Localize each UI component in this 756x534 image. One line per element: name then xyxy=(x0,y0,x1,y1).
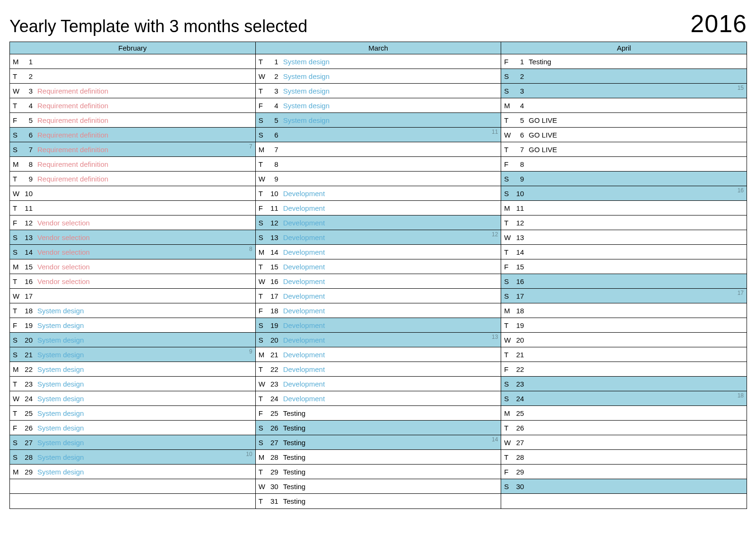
month-column: FebruaryM1T2W3Requirement definitionT4Re… xyxy=(10,42,256,508)
day-task: Vendor selection xyxy=(35,263,255,271)
day-of-week: S xyxy=(256,116,267,124)
day-row: T17Development xyxy=(256,289,501,303)
day-number: 5 xyxy=(513,116,526,124)
day-task: System design xyxy=(280,58,501,66)
day-of-week: T xyxy=(256,189,267,198)
day-number: 2 xyxy=(513,72,526,80)
day-number: 6 xyxy=(21,131,35,139)
day-row: F18Development xyxy=(256,303,501,318)
day-of-week: S xyxy=(10,248,21,256)
day-row: S12Development xyxy=(256,215,501,230)
day-row: T25System design xyxy=(10,406,255,421)
day-row: S27Testing14 xyxy=(256,435,501,450)
day-number: 28 xyxy=(21,453,35,461)
day-of-week: T xyxy=(256,292,267,300)
day-number: 25 xyxy=(21,409,35,417)
day-row xyxy=(10,494,255,508)
day-of-week: S xyxy=(501,380,513,388)
day-row: M8Requirement definition xyxy=(10,157,255,172)
day-of-week: T xyxy=(501,146,513,154)
day-number: 9 xyxy=(267,175,280,183)
day-number: 14 xyxy=(21,248,35,256)
day-row: T10Development xyxy=(256,186,501,201)
day-task: GO LIVE xyxy=(526,116,747,124)
day-of-week: S xyxy=(501,395,513,403)
day-row: W16Development xyxy=(256,274,501,289)
day-row: T14 xyxy=(501,245,747,259)
day-row: W13 xyxy=(501,230,747,245)
day-task: Testing xyxy=(526,58,747,66)
day-number: 1 xyxy=(21,58,35,66)
week-number: 9 xyxy=(249,348,252,355)
day-number: 19 xyxy=(267,321,280,329)
day-row: T31Testing xyxy=(256,494,501,508)
day-of-week: F xyxy=(501,58,513,66)
day-task: Testing xyxy=(280,468,501,476)
day-number: 21 xyxy=(513,351,526,359)
day-of-week: T xyxy=(501,116,513,124)
day-task: Development xyxy=(280,248,501,256)
week-number: 15 xyxy=(738,85,744,91)
day-number: 8 xyxy=(21,160,35,168)
month-column: MarchT1System designW2System designT3Sys… xyxy=(256,42,502,508)
day-row: F15 xyxy=(501,259,747,274)
day-of-week: F xyxy=(10,219,21,227)
day-row: T1System design xyxy=(256,54,501,69)
day-of-week: T xyxy=(256,468,267,476)
day-row: S5System design xyxy=(256,113,501,128)
day-task: Development xyxy=(280,395,501,403)
day-number: 13 xyxy=(21,233,35,241)
day-number: 27 xyxy=(21,439,35,447)
day-of-week: W xyxy=(501,439,513,447)
day-task: Requirement definition xyxy=(35,146,255,154)
day-number: 2 xyxy=(267,72,280,80)
day-task: Development xyxy=(280,204,501,212)
day-of-week: F xyxy=(10,424,21,432)
day-number: 15 xyxy=(21,263,35,271)
day-number: 19 xyxy=(513,321,526,329)
day-number: 20 xyxy=(267,336,280,344)
day-of-week: M xyxy=(10,468,21,476)
day-of-week: M xyxy=(501,102,513,110)
day-of-week: F xyxy=(10,321,21,329)
day-of-week: S xyxy=(256,336,267,344)
day-row: T5GO LIVE xyxy=(501,113,747,128)
day-of-week: W xyxy=(256,277,267,285)
day-of-week: T xyxy=(10,102,21,110)
day-number: 27 xyxy=(267,439,280,447)
day-number: 3 xyxy=(267,87,280,95)
day-number: 11 xyxy=(513,204,526,212)
day-task: System design xyxy=(280,102,501,110)
day-number: 16 xyxy=(267,277,280,285)
day-row: F26System design xyxy=(10,421,255,435)
day-task: Development xyxy=(280,233,501,241)
day-row: S21System design9 xyxy=(10,347,255,362)
day-of-week: W xyxy=(10,292,21,300)
day-row: M25 xyxy=(501,406,747,421)
day-number: 4 xyxy=(267,102,280,110)
day-of-week: W xyxy=(256,482,267,491)
day-row: F22 xyxy=(501,362,747,377)
day-of-week: M xyxy=(256,248,267,256)
day-number: 24 xyxy=(267,395,280,403)
day-of-week: S xyxy=(501,87,513,95)
day-task: Testing xyxy=(280,439,501,447)
day-row: F1Testing xyxy=(501,54,747,69)
day-of-week: T xyxy=(10,380,21,388)
day-row: S28System design10 xyxy=(10,450,255,465)
day-row: S14Vendor selection8 xyxy=(10,245,255,259)
day-of-week: W xyxy=(256,72,267,80)
day-task: Testing xyxy=(280,482,501,491)
day-number: 11 xyxy=(267,204,280,212)
day-of-week: S xyxy=(256,439,267,447)
day-number: 18 xyxy=(267,307,280,315)
day-row: F5Requirement definition xyxy=(10,113,255,128)
day-task: System design xyxy=(35,395,255,403)
day-row: S6Requirement definition xyxy=(10,128,255,142)
day-number: 6 xyxy=(267,131,280,139)
day-of-week: T xyxy=(256,365,267,373)
day-row: S2 xyxy=(501,69,747,84)
day-number: 18 xyxy=(513,307,526,315)
day-of-week: T xyxy=(501,424,513,432)
day-of-week: W xyxy=(256,175,267,183)
